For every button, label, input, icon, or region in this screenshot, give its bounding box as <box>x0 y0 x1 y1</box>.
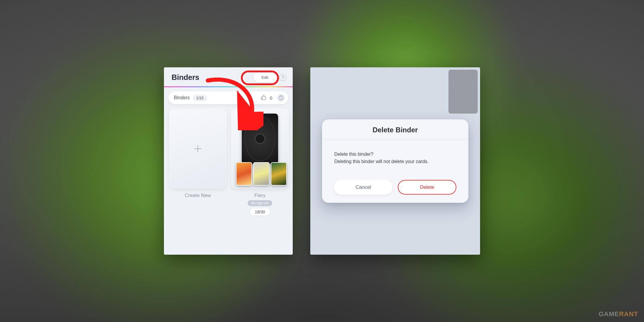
binder-grid: Create New Fiery No tags set 18/30 <box>164 107 293 217</box>
stats-label: Binders <box>174 95 190 100</box>
mini-card <box>253 162 269 186</box>
binder-tag-pill: No tags set <box>248 200 273 206</box>
info-button[interactable] <box>277 94 285 102</box>
create-new-button[interactable] <box>169 109 227 189</box>
page-title: Binders <box>172 73 199 82</box>
stats-bar: Binders 1/15 0 <box>169 91 288 104</box>
title-actions: Edit ? <box>254 73 286 82</box>
binders-panel: Binders Edit ? Binders 1/15 0 <box>164 67 293 255</box>
edit-button[interactable]: Edit <box>254 73 276 82</box>
binder-count-pill: 1/15 <box>193 95 207 101</box>
svg-point-2 <box>281 97 281 97</box>
binder-preview-image <box>242 114 278 164</box>
info-icon <box>278 95 284 100</box>
watermark-part-1: GAME <box>599 310 619 318</box>
dialog-actions: Cancel Delete <box>322 180 468 194</box>
dialog-line-2: Deleting this binder will not delete you… <box>334 158 456 165</box>
binder-name-label: Fiery <box>254 193 266 198</box>
binder-open-button[interactable] <box>231 109 289 189</box>
binder-mini-cards <box>236 162 287 186</box>
plus-icon <box>192 143 203 154</box>
cancel-button[interactable]: Cancel <box>334 180 393 194</box>
thumbs-up-icon <box>261 94 266 101</box>
titlebar: Binders Edit ? <box>164 67 293 86</box>
dialog-title: Delete Binder <box>322 119 468 139</box>
binder-tile: Fiery No tags set 18/30 <box>231 109 289 215</box>
watermark-part-2: RANT <box>619 310 638 318</box>
dialog-panel: Delete Binder Delete this binder? Deleti… <box>310 67 480 255</box>
stage: Binders Edit ? Binders 1/15 0 <box>0 0 644 322</box>
mini-card <box>271 162 287 186</box>
likes-count: 0 <box>269 95 274 100</box>
help-button[interactable]: ? <box>279 74 286 81</box>
create-new-label: Create New <box>185 193 211 198</box>
watermark: GAMERANT <box>599 310 638 318</box>
delete-button[interactable]: Delete <box>398 180 456 194</box>
dialog-body: Delete this binder? Deleting this binder… <box>322 139 468 180</box>
delete-binder-dialog: Delete Binder Delete this binder? Deleti… <box>322 119 468 203</box>
dialog-line-1: Delete this binder? <box>334 151 456 158</box>
binder-fill-pill: 18/30 <box>250 208 270 215</box>
create-new-tile: Create New <box>169 109 227 215</box>
background-binder-image <box>448 70 478 114</box>
rainbow-divider <box>164 86 293 87</box>
mini-card <box>236 162 252 186</box>
